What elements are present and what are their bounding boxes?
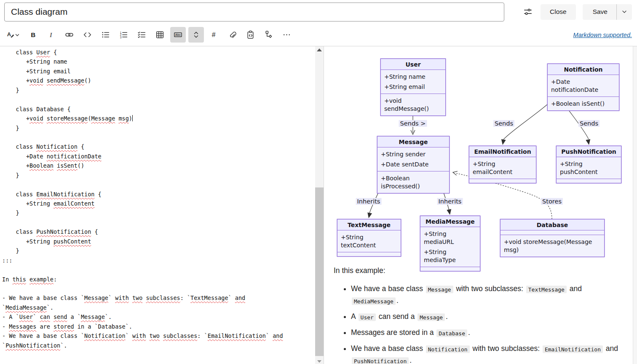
editor-line [2, 95, 315, 104]
editor-line [2, 218, 315, 227]
class-title: EmailNotification [469, 146, 536, 157]
preview-bullet: We have a base class Message with two su… [351, 283, 626, 307]
toolbar-bold-button[interactable]: B [25, 27, 41, 43]
save-split-button: Save [583, 4, 632, 20]
text-caret [132, 115, 133, 121]
toolbar-heading-button[interactable]: # [206, 27, 222, 43]
scrollbar-thumb[interactable] [315, 187, 324, 356]
svg-text:B: B [31, 31, 35, 38]
markdown-editor[interactable]: class User { +String name +String email … [2, 48, 315, 350]
inline-code-chip: MediaMessage [352, 297, 396, 305]
editor-split-view: class User { +String name +String email … [0, 46, 637, 364]
markdown-preview-pane: Sends >SendsSendsInheritsInheritsStoresU… [324, 46, 633, 364]
class-title: User [381, 59, 445, 70]
preview-bullet: Messages are stored in a Database. [351, 327, 626, 339]
editor-line: +String emailContent [2, 199, 315, 208]
class-methods: +void storeMessage(Message msg) [500, 235, 604, 257]
toolbar-flowchart-button[interactable] [261, 27, 276, 43]
save-options-button[interactable] [616, 4, 632, 20]
save-button[interactable]: Save [583, 4, 616, 20]
scrollbar-up-arrow-icon[interactable] [317, 48, 322, 51]
inline-code-chip: EmailNotification [543, 345, 603, 353]
editor-line: } [2, 246, 315, 255]
class-methods [469, 179, 536, 183]
editor-line: `MediaMessage`. [2, 303, 315, 312]
editor-scrollbar[interactable] [315, 46, 324, 364]
toolbar-buttons: ABI123Abc# [3, 27, 297, 43]
edge-label-user-message: Sends > [399, 120, 427, 127]
edge-label-notification-emailnotification: Sends [493, 120, 514, 127]
editor-line: +String name [2, 57, 315, 66]
svg-text:I: I [49, 31, 52, 38]
class-methods: +void sendMessage() [381, 94, 445, 115]
toolbar-task-list-button[interactable] [134, 27, 150, 43]
class-member: +String textContent [337, 232, 401, 250]
toolbar-more-button[interactable] [279, 27, 294, 43]
edge-label-message-textmessage: Inherits [356, 198, 382, 205]
class-member: +void sendMessage() [381, 96, 445, 114]
class-member: +String email [381, 82, 445, 92]
bold-icon: B [29, 30, 37, 39]
class-methods [337, 252, 401, 256]
class-box-mediamessage: MediaMessage+String mediaURL+String medi… [420, 216, 480, 271]
editor-line: +String email [2, 67, 315, 76]
format-color-icon: A [6, 30, 20, 39]
class-attributes: +String mediaURL+String mediaType [420, 227, 480, 267]
edge-label-message-mediamessage: Inherits [437, 198, 463, 205]
toolbar-table-button[interactable] [152, 27, 168, 43]
italic-icon: I [47, 30, 56, 39]
editor-line: } [2, 208, 315, 217]
edge-label-notification-pushnotification: Sends [578, 120, 600, 127]
class-box-notification: Notification+Date notificationDate+Boole… [547, 64, 619, 111]
scrollbar-down-arrow-icon[interactable] [317, 360, 321, 363]
toolbar-bullet-list-button[interactable] [98, 27, 113, 43]
toolbar-expand-button[interactable] [188, 27, 204, 43]
editor-line: - A `User` can send a `Message`. [2, 312, 315, 321]
class-attributes: +String sender+Date sentDate [377, 147, 449, 171]
editor-line: class User { [2, 48, 315, 57]
editor-line: - Messages are stored in a `Database`. [2, 322, 315, 331]
close-button[interactable]: Close [541, 4, 576, 20]
editor-line: class PushNotification { [2, 227, 315, 236]
flowchart-icon [264, 30, 273, 39]
editor-line: +String pushContent [2, 237, 315, 246]
expand-icon [192, 30, 201, 39]
class-box-pushnotification: PushNotification+String pushContent [556, 146, 621, 183]
editor-line: +Boolean isSent() [2, 161, 315, 170]
class-title: MediaMessage [420, 216, 480, 227]
svg-text:3: 3 [120, 36, 122, 39]
table-icon [155, 30, 164, 39]
document-title-input[interactable] [4, 3, 504, 21]
toolbar-italic-button[interactable]: I [43, 27, 59, 43]
class-attributes: +Date notificationDate [548, 75, 619, 96]
markdown-supported-link[interactable]: Markdown supported. [573, 32, 632, 38]
numbered-list-icon: 123 [119, 30, 128, 39]
preview-scrollbar[interactable] [633, 46, 637, 364]
preview-settings-button[interactable] [521, 5, 535, 19]
toolbar-code-button[interactable] [80, 27, 95, 43]
svg-text:A: A [7, 31, 11, 37]
class-title: Notification [548, 64, 619, 75]
toolbar-attachment-button[interactable] [225, 27, 240, 43]
inline-code-chip: User [359, 313, 376, 321]
class-title: PushNotification [557, 146, 621, 157]
editor-line [2, 180, 315, 189]
editor-line: class EmailNotification { [2, 190, 315, 199]
toolbar-code-snippet-button[interactable] [243, 27, 258, 43]
editor-line: } [2, 123, 315, 133]
inline-code-chip: TextMessage [526, 286, 567, 293]
toolbar-format-color-button[interactable]: A [3, 27, 23, 43]
toolbar-link-button[interactable] [62, 27, 77, 43]
toolbar-numbered-list-button[interactable]: 123 [116, 27, 131, 43]
bullet-list-icon [101, 30, 110, 39]
svg-text:Abc: Abc [175, 33, 181, 37]
editor-line: - We have a base class `Message` with tw… [2, 293, 315, 302]
markdown-source-pane: class User { +String name +String email … [0, 46, 315, 364]
preview-bullet: A User can send a Message. [351, 311, 626, 323]
svg-text:#: # [212, 31, 216, 38]
toolbar-highlight-button[interactable]: Abc [170, 27, 186, 43]
heading-icon: # [210, 30, 219, 39]
class-diagram: Sends >SendsSendsInheritsInheritsStoresU… [324, 46, 633, 263]
editor-line: +void sendMessage() [2, 76, 315, 85]
class-title: Database [500, 219, 604, 230]
